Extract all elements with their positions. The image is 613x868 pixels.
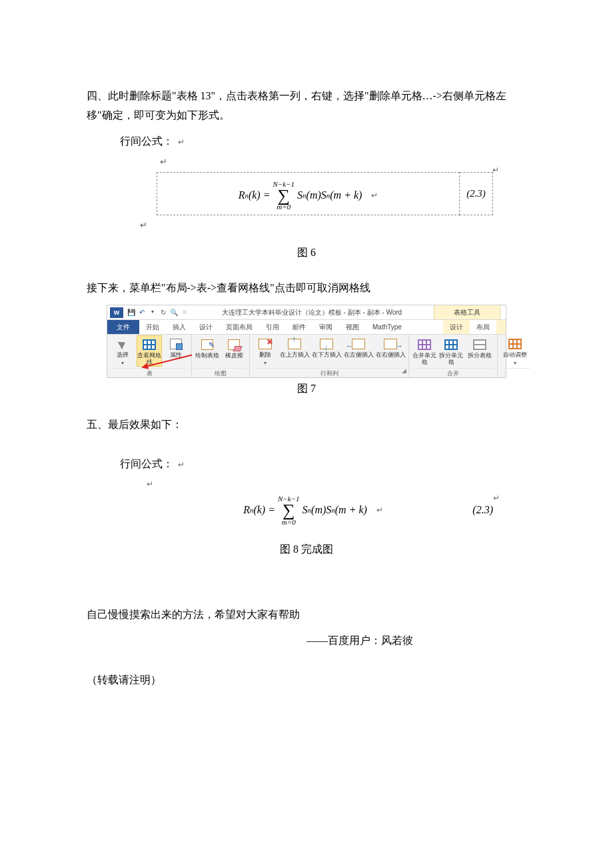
sum-lower: m=0 (282, 519, 296, 526)
select-button[interactable]: 选择 ▾ (110, 335, 135, 368)
autofit-icon (508, 339, 522, 349)
insert-right-icon: → (384, 339, 397, 349)
insert-left-button[interactable]: ← 在左侧插入 (343, 335, 374, 359)
select-label: 选择 (117, 352, 129, 359)
return-mark: ↵ (178, 460, 185, 469)
eq-part: (m + k) (335, 501, 367, 520)
tab-home[interactable]: 开始 (139, 320, 166, 334)
table-tools-title: 表格工具 (434, 305, 500, 319)
tab-insert[interactable]: 插入 (166, 320, 193, 334)
repost-note: （转载请注明） (87, 671, 526, 690)
figure-8: 行间公式： ↵ ↵ Rn(k) = N−k−1 ∑ m=0 Sn(m)Sn(m … (87, 455, 526, 530)
split-table-icon (473, 339, 486, 350)
insert-below-button[interactable]: ↓ 在下方插入 (311, 335, 342, 359)
tab-page-layout[interactable]: 页面布局 (219, 320, 259, 334)
equation-content: Rn(k) = N−k−1 ∑ m=0 Sn(m)Sn(m + k) ↵ (173, 491, 453, 529)
tab-design[interactable]: 设计 (193, 320, 219, 334)
equation-number-cell: (2.3) ↵ (460, 172, 493, 215)
tab-mailings[interactable]: 邮件 (286, 320, 312, 334)
eraser-label: 橡皮擦 (225, 353, 243, 359)
cursor-icon (118, 339, 128, 349)
delete-icon (259, 339, 272, 349)
merge-label: 合并单元格 (412, 353, 437, 366)
tab-mathtype[interactable]: MathType (366, 320, 408, 334)
undo-icon[interactable]: ↶ (137, 307, 147, 319)
view-gridlines-button[interactable]: 查看网格线 (137, 335, 162, 367)
word-icon: W (110, 307, 123, 318)
search-icon[interactable]: 🔍 (169, 307, 179, 319)
fig8-blank-para: ↵ (147, 477, 493, 492)
word-ribbon-screenshot: W 💾 ↶ ▾ ↻ 🔍 = 大连理工大学本科毕业设计（论文）模板 - 副本 - … (107, 305, 506, 378)
tab-references[interactable]: 引用 (259, 320, 286, 334)
between-text: 接下来，菜单栏"布局->表->查看网格线"点击即可取消网格线 (87, 279, 526, 298)
return-mark: ↵ (160, 157, 167, 167)
tab-table-layout[interactable]: 布局 (470, 320, 496, 334)
properties-button[interactable]: 属性 (163, 335, 189, 359)
eq-part: (m)S (311, 501, 331, 520)
window-title: 大连理工大学本科毕业设计（论文）模板 - 副本 - 副本 - Word (190, 307, 434, 319)
group-autofit: 自动调整 ▾ (498, 335, 532, 377)
ribbon-body: 选择 ▾ 查看网格线 属性 表 绘制表格 (107, 335, 506, 377)
dialog-launcher-icon[interactable]: ◢ (402, 365, 406, 376)
eraser-icon (228, 339, 240, 350)
split-table-label: 拆分表格 (468, 353, 492, 359)
gridlines-label: 查看网格线 (137, 353, 161, 366)
properties-icon (170, 339, 182, 349)
pencil-icon (201, 339, 213, 350)
split-icon (444, 339, 458, 350)
eq-part: (k) = (249, 186, 271, 205)
return-mark: ↵ (140, 220, 147, 230)
eq-prefix-label: 行间公式： (120, 135, 173, 147)
return-mark: ↵ (376, 503, 383, 518)
tab-view[interactable]: 视图 (339, 320, 366, 334)
closing-line: 自己慢慢摸索出来的方法，希望对大家有帮助 (87, 605, 526, 625)
step5-text: 五、最后效果如下： (87, 415, 526, 435)
split-cells-button[interactable]: 拆分单元格 (438, 336, 464, 366)
return-mark: ↵ (147, 479, 153, 489)
return-mark: ↵ (493, 491, 500, 506)
equation-cell: Rn(k) = N−k−1 ∑ m=0 Sn(m)Sn(m + k) ↵ (157, 172, 460, 215)
equation-number: (2.3) (472, 504, 493, 515)
draw-table-button[interactable]: 绘制表格 (195, 336, 220, 359)
redo-icon[interactable]: ↻ (158, 307, 169, 319)
signature: ——百度用户：风若彼 (87, 631, 526, 651)
delete-button[interactable]: 删除 ▾ (253, 335, 278, 368)
figure-7-caption: 图 7 (87, 379, 526, 399)
ribbon-tabs: 文件 开始 插入 设计 页面布局 引用 邮件 审阅 视图 MathType 设计… (107, 320, 506, 335)
eq-prefix-label: 行间公式： (120, 458, 173, 469)
grid-icon (143, 339, 156, 350)
autofit-button[interactable]: 自动调整 ▾ (500, 335, 530, 368)
group-autofit-label (500, 368, 530, 377)
properties-label: 属性 (170, 352, 182, 359)
eq-part: (m)S (306, 186, 326, 205)
fig8-eq-prefix: 行间公式： ↵ (120, 455, 493, 474)
figure-6: 行间公式： ↵ ↵ Rn(k) = N−k−1 ∑ m=0 Sn(m)Sn(m … (87, 132, 526, 233)
sigma: ∑ (283, 503, 295, 518)
tab-table-design[interactable]: 设计 (443, 320, 470, 334)
fig6-blank-para: ↵ (160, 154, 493, 169)
tab-file[interactable]: 文件 (107, 320, 139, 334)
eraser-button[interactable]: 橡皮擦 (221, 336, 247, 359)
group-draw-label: 绘图 (195, 368, 247, 377)
group-rowcol-label: 行和列 (253, 368, 406, 377)
eq-part: R (239, 186, 245, 205)
insert-below-icon: ↓ (320, 339, 333, 349)
sigma: ∑ (277, 188, 290, 203)
save-icon[interactable]: 💾 (126, 307, 137, 319)
group-draw: 绘制表格 橡皮擦 绘图 (192, 335, 250, 377)
qat-dropdown-icon[interactable]: ▾ (147, 307, 158, 317)
return-mark: ↵ (371, 189, 378, 203)
eq-part: (k) = (253, 501, 275, 520)
insert-above-button[interactable]: ↑ 在上方插入 (279, 335, 310, 359)
group-merge: 合并单元格 拆分单元格 拆分表格 合并 (409, 335, 498, 377)
insert-right-button[interactable]: → 在右侧插入 (375, 335, 406, 359)
insert-left-icon: ← (352, 339, 365, 349)
tab-review[interactable]: 审阅 (312, 320, 339, 334)
split-table-button[interactable]: 拆分表格 (465, 336, 494, 359)
merge-cells-button[interactable]: 合并单元格 (412, 336, 437, 366)
split-label: 拆分单元格 (438, 353, 464, 366)
equation-number-cell: (2.3) ↵ (453, 501, 493, 520)
sum-lower: m=0 (277, 203, 291, 211)
return-mark: ↵ (178, 137, 185, 147)
group-table: 选择 ▾ 查看网格线 属性 表 (107, 335, 192, 377)
